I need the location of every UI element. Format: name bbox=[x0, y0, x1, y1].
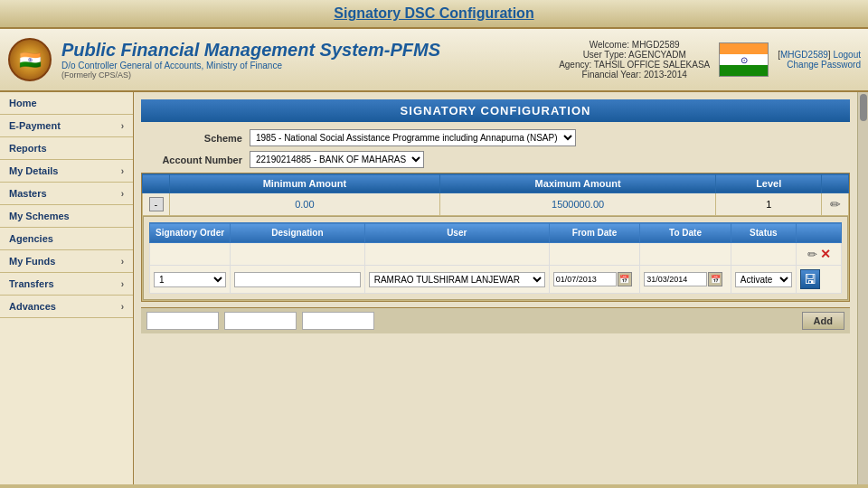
empty-designation bbox=[231, 243, 365, 266]
sidebar-item-home[interactable]: Home bbox=[0, 92, 133, 115]
arrow-icon: › bbox=[121, 257, 124, 267]
bottom-inputs bbox=[146, 312, 795, 330]
bottom-input-3[interactable] bbox=[302, 312, 374, 330]
sidebar-item-transfers[interactable]: Transfers › bbox=[0, 273, 133, 296]
scheme-select[interactable]: 1985 - National Social Assistance Progra… bbox=[250, 129, 576, 146]
account-select[interactable]: 22190214885 - BANK OF MAHARAS bbox=[250, 151, 424, 168]
page-heading: SIGNATORY CONFIGURATION bbox=[141, 99, 850, 122]
from-date-calendar-icon[interactable]: 📅 bbox=[618, 272, 632, 286]
data-action-cell: 🖫 bbox=[797, 266, 842, 294]
sidebar-item-epayment[interactable]: E-Payment › bbox=[0, 115, 133, 137]
to-date-cell: 📅 bbox=[640, 266, 731, 294]
sidebar-item-masters[interactable]: Masters › bbox=[0, 183, 133, 205]
from-date-cell: 📅 bbox=[549, 266, 639, 294]
outer-table: Minimum Amount Maximum Amount Level - bbox=[142, 174, 849, 301]
outer-table-container: Minimum Amount Maximum Amount Level - bbox=[141, 173, 850, 302]
max-amount-cell: 1500000.00 bbox=[439, 193, 716, 216]
to-date-header: To Date bbox=[640, 223, 731, 243]
status-select[interactable]: Activate bbox=[735, 272, 792, 287]
inner-table-row: Signatory Order Designation User From Da… bbox=[143, 216, 849, 301]
header: 🇮🇳 Public Financial Management System-PF… bbox=[0, 29, 868, 92]
cross-icon[interactable]: ✕ bbox=[820, 247, 831, 261]
empty-action: ✏ ✕ bbox=[797, 243, 842, 266]
expand-button[interactable]: - bbox=[149, 197, 164, 211]
level-value: 1 bbox=[766, 199, 771, 210]
scheme-row: Scheme 1985 - National Social Assistance… bbox=[141, 129, 850, 146]
header-user-actions: [MHGD2589] Logout Change Password bbox=[778, 50, 861, 70]
to-date-wrapper: 📅 bbox=[644, 272, 726, 286]
scheme-label: Scheme bbox=[141, 133, 250, 144]
inner-table: Signatory Order Designation User From Da… bbox=[149, 222, 842, 294]
min-amount-value: 0.00 bbox=[295, 199, 314, 210]
empty-user bbox=[364, 243, 549, 266]
bottom-input-1[interactable] bbox=[146, 312, 219, 330]
main-content: SIGNATORY CONFIGURATION Scheme 1985 - Na… bbox=[134, 92, 857, 484]
scrollbar[interactable] bbox=[857, 92, 868, 484]
designation-header: Designation bbox=[231, 223, 365, 243]
expand-cell: - bbox=[143, 193, 170, 216]
status-cell: Activate bbox=[731, 266, 796, 294]
scrollbar-thumb[interactable] bbox=[860, 94, 867, 121]
app-tagline: (Formerly CPS/AS) bbox=[61, 70, 559, 80]
flag-green bbox=[720, 65, 768, 76]
logout-link[interactable]: Logout bbox=[833, 50, 861, 60]
user-id-text: [MHGD2589] Logout bbox=[778, 50, 861, 60]
max-amount-header: Maximum Amount bbox=[439, 174, 716, 193]
header-text-block: Public Financial Management System-PFMS … bbox=[61, 40, 559, 80]
order-select[interactable]: 1 bbox=[154, 272, 226, 287]
flag-white: ⊙ bbox=[720, 54, 768, 65]
from-date-wrapper: 📅 bbox=[553, 272, 636, 286]
user-info-block: Welcome: MHGD2589 User Type: AGENCYADM A… bbox=[559, 40, 710, 80]
sidebar: Home E-Payment › Reports My Details › Ma… bbox=[0, 92, 134, 484]
empty-inner-row: ✏ ✕ bbox=[150, 243, 842, 266]
edit-icon[interactable]: ✏ bbox=[830, 197, 841, 211]
min-amount-cell: 0.00 bbox=[170, 193, 440, 216]
sidebar-item-myschemes[interactable]: My Schemes bbox=[0, 205, 133, 228]
sidebar-item-advances[interactable]: Advances › bbox=[0, 296, 133, 318]
empty-status bbox=[731, 243, 796, 266]
pencil-icon[interactable]: ✏ bbox=[807, 248, 817, 261]
sidebar-item-mydetails[interactable]: My Details › bbox=[0, 160, 133, 183]
level-header: Level bbox=[716, 174, 822, 193]
user-cell: RAMRAO TULSHIRAM LANJEWAR bbox=[364, 266, 549, 294]
user-select[interactable]: RAMRAO TULSHIRAM LANJEWAR bbox=[369, 272, 545, 287]
welcome-text: Welcome: MHGD2589 bbox=[559, 40, 710, 50]
arrow-icon: › bbox=[121, 189, 124, 199]
edit-cell[interactable]: ✏ bbox=[822, 193, 849, 216]
sidebar-item-agencies[interactable]: Agencies bbox=[0, 228, 133, 250]
to-date-input[interactable] bbox=[644, 272, 707, 286]
level-cell: 1 bbox=[716, 193, 822, 216]
user-type-text: User Type: AGENCYADM bbox=[559, 50, 710, 60]
sig-order-header: Signatory Order bbox=[150, 223, 231, 243]
designation-cell bbox=[231, 266, 365, 294]
action-col-header bbox=[822, 174, 849, 193]
user-header: User bbox=[364, 223, 549, 243]
expand-col-header bbox=[143, 174, 170, 193]
status-header: Status bbox=[731, 223, 796, 243]
app-title: Public Financial Management System-PFMS bbox=[61, 40, 559, 61]
arrow-icon: › bbox=[121, 121, 124, 131]
change-password-link[interactable]: Change Password bbox=[787, 60, 861, 70]
add-button[interactable]: Add bbox=[802, 312, 844, 330]
top-title: Signatory DSC Configuration bbox=[334, 5, 533, 21]
sidebar-item-myfunds[interactable]: My Funds › bbox=[0, 250, 133, 273]
designation-input[interactable] bbox=[234, 272, 361, 287]
bottom-input-2[interactable] bbox=[224, 312, 297, 330]
to-date-calendar-icon[interactable]: 📅 bbox=[708, 272, 722, 286]
flag-saffron bbox=[720, 43, 768, 54]
action-icons: ✏ ✕ bbox=[800, 247, 837, 261]
sidebar-item-reports[interactable]: Reports bbox=[0, 137, 133, 160]
top-title-bar: Signatory DSC Configuration bbox=[0, 0, 868, 29]
data-inner-row: 1 bbox=[150, 266, 842, 294]
arrow-icon: › bbox=[121, 302, 124, 312]
save-icon[interactable]: 🖫 bbox=[800, 269, 820, 289]
ashoka-chakra: ⊙ bbox=[741, 55, 748, 65]
arrow-icon: › bbox=[121, 279, 124, 289]
max-amount-value: 1500000.00 bbox=[552, 199, 604, 210]
user-id-link[interactable]: MHGD2589 bbox=[780, 50, 828, 60]
table-row: - 0.00 1500000.00 1 bbox=[143, 193, 849, 216]
from-date-input[interactable] bbox=[553, 272, 617, 286]
from-date-header: From Date bbox=[549, 223, 639, 243]
empty-to-date bbox=[640, 243, 731, 266]
agency-text: Agency: TAHSIL OFFICE SALEKASA bbox=[559, 60, 710, 70]
